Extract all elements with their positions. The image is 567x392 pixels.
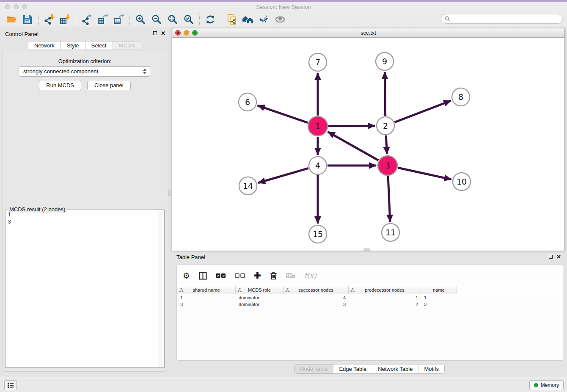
tab-select[interactable]: Select: [85, 41, 113, 50]
zoom-out-icon: [151, 14, 162, 25]
zoom-in-button[interactable]: [132, 13, 149, 26]
zoom-selected-button[interactable]: [181, 13, 197, 26]
tab-mcds[interactable]: MCDS: [113, 41, 141, 50]
control-panel-tabs: NetworkStyleSelectMCDS: [3, 41, 167, 50]
delete-column-button[interactable]: [270, 272, 277, 280]
graph-node-3[interactable]: 3: [378, 156, 397, 175]
tab-edge-table[interactable]: Edge Table: [333, 364, 372, 373]
tab-network-table[interactable]: Network Table: [372, 364, 418, 373]
criterion-dropdown[interactable]: strongly connected component: [19, 66, 150, 77]
svg-text:6: 6: [245, 97, 250, 107]
table-panel-tabs: Node TableEdge TableNetwork TableMotifs: [172, 364, 567, 374]
edge-2-9[interactable]: [385, 72, 385, 116]
graph-node-14[interactable]: 14: [239, 177, 257, 195]
save-session-button[interactable]: [19, 13, 36, 26]
tab-motifs[interactable]: Motifs: [418, 364, 444, 373]
column-header-successor-nodes[interactable]: successor nodes: [284, 286, 349, 294]
graph-node-15[interactable]: 15: [309, 225, 327, 243]
table-header-row: shared nameMCDS rolesuccessor nodesprede…: [177, 286, 562, 294]
clone-network-button[interactable]: [224, 13, 240, 26]
show-hidden-button[interactable]: [272, 13, 288, 26]
dropdown-stepper-icon: [143, 69, 146, 74]
open-session-button[interactable]: [3, 13, 19, 26]
graph-node-10[interactable]: 10: [453, 173, 471, 190]
graph-node-6[interactable]: 6: [239, 93, 256, 111]
task-list-icon: [7, 382, 14, 388]
cell-MCDS-role: dominator: [236, 301, 284, 308]
export-network-button[interactable]: [79, 13, 95, 26]
edge-1-6[interactable]: [258, 105, 308, 123]
deselect-all-button[interactable]: [235, 273, 245, 278]
edge-3-10[interactable]: [398, 168, 451, 179]
edge-3-1[interactable]: [328, 132, 379, 160]
close-table-panel-icon[interactable]: ✕: [556, 254, 561, 259]
cell-name: 1: [421, 294, 457, 301]
graph-node-4[interactable]: 4: [309, 157, 327, 174]
edge-2-8[interactable]: [394, 101, 451, 122]
zoom-out-button[interactable]: [149, 13, 165, 26]
search-input[interactable]: [452, 16, 554, 22]
float-panel-icon[interactable]: [153, 31, 157, 35]
select-all-button[interactable]: [216, 273, 226, 278]
table-row[interactable]: 1dominator411: [177, 294, 562, 301]
column-header-shared-name[interactable]: shared name: [177, 286, 236, 294]
edge-4-14[interactable]: [258, 168, 308, 183]
svg-text:11: 11: [385, 228, 396, 237]
svg-text:8: 8: [458, 92, 463, 102]
horizontal-splitter-grip[interactable]: [363, 248, 370, 251]
run-mcds-button[interactable]: Run MCDS: [39, 81, 81, 90]
edge-3-11[interactable]: [388, 176, 390, 222]
graph-node-1[interactable]: 1: [308, 116, 328, 136]
import-table-button[interactable]: [57, 13, 73, 26]
graph-node-11[interactable]: 11: [382, 224, 399, 241]
function-builder-button[interactable]: f(x): [304, 271, 317, 280]
close-panel-button[interactable]: Close panel: [87, 81, 131, 90]
column-header-name[interactable]: name: [421, 286, 457, 294]
column-header-MCDS-role[interactable]: MCDS role: [236, 286, 284, 294]
add-column-button[interactable]: ✚: [254, 271, 261, 280]
checked-boxes-icon: [216, 273, 226, 278]
graph-node-9[interactable]: 9: [376, 52, 394, 70]
graph-node-8[interactable]: 8: [452, 88, 470, 106]
open-folder-icon: [6, 14, 17, 25]
graph-node-2[interactable]: 2: [377, 117, 394, 135]
result-scrollbar[interactable]: [158, 211, 163, 367]
column-header-predecessor-nodes[interactable]: predecessor nodes: [349, 286, 421, 294]
memory-button[interactable]: Memory: [529, 380, 564, 390]
tab-network[interactable]: Network: [28, 41, 61, 50]
search-field[interactable]: [441, 14, 563, 24]
network-canvas[interactable]: 1234678910111415: [172, 38, 564, 251]
edge-1-2[interactable]: [328, 126, 375, 126]
export-image-button[interactable]: [111, 13, 127, 26]
delete-table-button[interactable]: [286, 273, 295, 279]
control-panel-title: Control Panel: [5, 31, 39, 37]
table-row[interactable]: 3dominator323: [177, 301, 562, 308]
zoom-selected-icon: [183, 14, 194, 25]
cell-successor-nodes: 3: [284, 301, 349, 308]
refresh-icon: [205, 14, 216, 25]
edge-2-3[interactable]: [386, 135, 387, 154]
task-history-button[interactable]: [4, 380, 17, 390]
node-table: shared nameMCDS rolesuccessor nodesprede…: [177, 286, 562, 308]
columns-icon: [199, 272, 207, 280]
table-options-button[interactable]: ⚙︎: [183, 271, 190, 281]
network-window-titlebar[interactable]: ✕ − + scc.txt: [172, 28, 564, 38]
column-visibility-button[interactable]: [199, 272, 207, 280]
first-neighbors-button[interactable]: [240, 13, 256, 26]
toolbar-separator: [129, 14, 130, 25]
table-container: ⚙︎ ✚: [176, 265, 563, 361]
export-image-icon: [113, 14, 124, 25]
hide-selected-button[interactable]: [256, 13, 272, 26]
graph-node-7[interactable]: 7: [309, 53, 327, 71]
export-table-button[interactable]: [95, 13, 111, 26]
tab-style[interactable]: Style: [61, 41, 85, 50]
float-table-panel-icon[interactable]: [549, 255, 553, 259]
svg-text:4: 4: [315, 161, 320, 170]
import-network-button[interactable]: [41, 13, 57, 26]
app-titlebar: Session: New Session: [0, 2, 567, 12]
tab-node-table[interactable]: Node Table: [295, 364, 333, 373]
close-panel-icon[interactable]: ✕: [161, 31, 165, 36]
zoom-fit-button[interactable]: [165, 13, 181, 26]
vertical-splitter-grip[interactable]: [168, 190, 171, 196]
refresh-layout-button[interactable]: [202, 13, 218, 26]
